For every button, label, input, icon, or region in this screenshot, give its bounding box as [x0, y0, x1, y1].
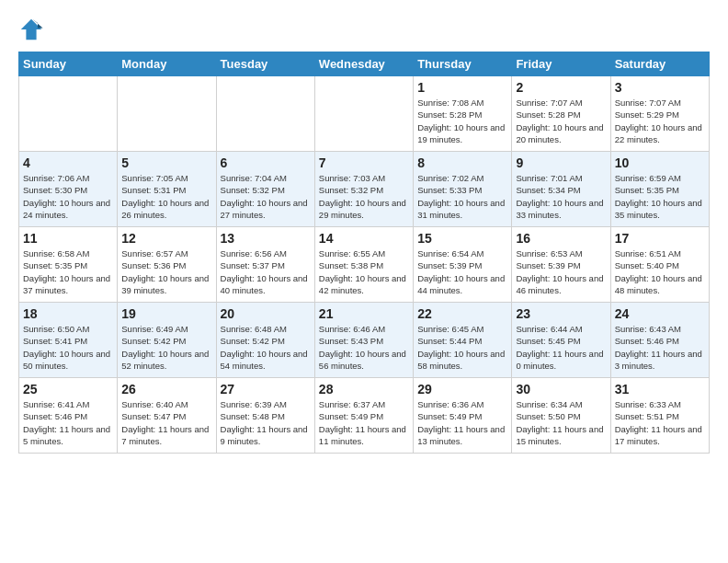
day-info: Sunrise: 6:59 AMSunset: 5:35 PMDaylight:… [615, 172, 705, 221]
weekday-header-tuesday: Tuesday [216, 52, 314, 76]
day-number: 22 [417, 306, 507, 321]
day-number: 5 [121, 155, 211, 170]
calendar-cell: 16Sunrise: 6:53 AMSunset: 5:39 PMDayligh… [512, 227, 610, 303]
day-number: 1 [417, 80, 507, 95]
day-info: Sunrise: 6:56 AMSunset: 5:37 PMDaylight:… [221, 247, 311, 296]
day-info: Sunrise: 7:03 AMSunset: 5:32 PMDaylight:… [319, 172, 409, 221]
day-number: 2 [516, 80, 606, 95]
day-info: Sunrise: 6:36 AMSunset: 5:49 PMDaylight:… [417, 398, 507, 447]
calendar-cell: 14Sunrise: 6:55 AMSunset: 5:38 PMDayligh… [314, 227, 413, 303]
day-info: Sunrise: 6:49 AMSunset: 5:42 PMDaylight:… [121, 323, 211, 372]
day-info: Sunrise: 7:07 AMSunset: 5:28 PMDaylight:… [516, 97, 606, 145]
day-info: Sunrise: 7:02 AMSunset: 5:33 PMDaylight:… [417, 172, 507, 221]
logo-icon [18, 17, 44, 42]
day-info: Sunrise: 7:08 AMSunset: 5:28 PMDaylight:… [417, 97, 507, 145]
calendar-cell: 2Sunrise: 7:07 AMSunset: 5:28 PMDaylight… [512, 76, 610, 152]
calendar-cell: 23Sunrise: 6:44 AMSunset: 5:45 PMDayligh… [512, 303, 610, 378]
calendar-cell [216, 76, 314, 152]
day-info: Sunrise: 6:43 AMSunset: 5:46 PMDaylight:… [615, 323, 705, 372]
week-row-4: 18Sunrise: 6:50 AMSunset: 5:41 PMDayligh… [19, 303, 710, 378]
day-number: 9 [516, 155, 606, 170]
day-info: Sunrise: 6:50 AMSunset: 5:41 PMDaylight:… [23, 323, 113, 372]
day-info: Sunrise: 6:54 AMSunset: 5:39 PMDaylight:… [417, 247, 507, 296]
calendar-cell: 21Sunrise: 6:46 AMSunset: 5:43 PMDayligh… [314, 303, 413, 378]
day-number: 14 [319, 231, 409, 246]
calendar-cell: 1Sunrise: 7:08 AMSunset: 5:28 PMDaylight… [414, 76, 512, 152]
calendar-cell: 28Sunrise: 6:37 AMSunset: 5:49 PMDayligh… [314, 378, 413, 454]
calendar-cell: 26Sunrise: 6:40 AMSunset: 5:47 PMDayligh… [118, 378, 216, 454]
day-info: Sunrise: 7:01 AMSunset: 5:34 PMDaylight:… [516, 172, 606, 221]
svg-marker-0 [21, 19, 41, 40]
calendar-cell: 8Sunrise: 7:02 AMSunset: 5:33 PMDaylight… [414, 152, 512, 227]
calendar-cell: 24Sunrise: 6:43 AMSunset: 5:46 PMDayligh… [610, 303, 709, 378]
day-info: Sunrise: 7:04 AMSunset: 5:32 PMDaylight:… [221, 172, 311, 221]
calendar-cell: 30Sunrise: 6:34 AMSunset: 5:50 PMDayligh… [512, 378, 610, 454]
header [18, 17, 710, 42]
day-number: 26 [121, 382, 211, 396]
calendar-cell [314, 76, 413, 152]
calendar-cell: 17Sunrise: 6:51 AMSunset: 5:40 PMDayligh… [610, 227, 709, 303]
weekday-header-friday: Friday [512, 52, 610, 76]
weekday-header-sunday: Sunday [19, 52, 118, 76]
calendar-cell: 4Sunrise: 7:06 AMSunset: 5:30 PMDaylight… [19, 152, 118, 227]
weekday-header-monday: Monday [118, 52, 216, 76]
day-info: Sunrise: 6:39 AMSunset: 5:48 PMDaylight:… [221, 398, 311, 447]
day-number: 19 [121, 306, 211, 321]
day-number: 30 [516, 382, 606, 396]
day-number: 16 [516, 231, 606, 246]
day-number: 11 [23, 231, 113, 246]
day-number: 28 [319, 382, 409, 396]
day-info: Sunrise: 6:53 AMSunset: 5:39 PMDaylight:… [516, 247, 606, 296]
day-info: Sunrise: 6:48 AMSunset: 5:42 PMDaylight:… [221, 323, 311, 372]
logo [18, 17, 48, 42]
day-number: 10 [615, 155, 705, 170]
calendar-cell: 6Sunrise: 7:04 AMSunset: 5:32 PMDaylight… [216, 152, 314, 227]
day-number: 7 [319, 155, 409, 170]
day-info: Sunrise: 6:34 AMSunset: 5:50 PMDaylight:… [516, 398, 606, 447]
day-number: 24 [615, 306, 705, 321]
day-info: Sunrise: 6:40 AMSunset: 5:47 PMDaylight:… [121, 398, 211, 447]
day-info: Sunrise: 6:58 AMSunset: 5:35 PMDaylight:… [23, 247, 113, 296]
week-row-1: 1Sunrise: 7:08 AMSunset: 5:28 PMDaylight… [19, 76, 710, 152]
calendar-cell: 3Sunrise: 7:07 AMSunset: 5:29 PMDaylight… [610, 76, 709, 152]
calendar-cell: 12Sunrise: 6:57 AMSunset: 5:36 PMDayligh… [118, 227, 216, 303]
day-info: Sunrise: 6:41 AMSunset: 5:46 PMDaylight:… [23, 398, 113, 447]
day-number: 21 [319, 306, 409, 321]
day-info: Sunrise: 6:55 AMSunset: 5:38 PMDaylight:… [319, 247, 409, 296]
day-number: 29 [417, 382, 507, 396]
day-number: 25 [23, 382, 113, 396]
page: SundayMondayTuesdayWednesdayThursdayFrid… [0, 0, 728, 463]
day-info: Sunrise: 6:57 AMSunset: 5:36 PMDaylight:… [121, 247, 211, 296]
calendar-cell: 13Sunrise: 6:56 AMSunset: 5:37 PMDayligh… [216, 227, 314, 303]
day-number: 17 [615, 231, 705, 246]
day-info: Sunrise: 6:37 AMSunset: 5:49 PMDaylight:… [319, 398, 409, 447]
day-number: 3 [615, 80, 705, 95]
calendar-cell: 29Sunrise: 6:36 AMSunset: 5:49 PMDayligh… [414, 378, 512, 454]
day-number: 15 [417, 231, 507, 246]
week-row-2: 4Sunrise: 7:06 AMSunset: 5:30 PMDaylight… [19, 152, 710, 227]
day-info: Sunrise: 7:05 AMSunset: 5:31 PMDaylight:… [121, 172, 211, 221]
day-info: Sunrise: 6:51 AMSunset: 5:40 PMDaylight:… [615, 247, 705, 296]
day-info: Sunrise: 6:44 AMSunset: 5:45 PMDaylight:… [516, 323, 606, 372]
weekday-header-thursday: Thursday [414, 52, 512, 76]
calendar-cell: 15Sunrise: 6:54 AMSunset: 5:39 PMDayligh… [414, 227, 512, 303]
calendar-cell: 20Sunrise: 6:48 AMSunset: 5:42 PMDayligh… [216, 303, 314, 378]
calendar-cell [118, 76, 216, 152]
day-info: Sunrise: 6:46 AMSunset: 5:43 PMDaylight:… [319, 323, 409, 372]
calendar-cell: 18Sunrise: 6:50 AMSunset: 5:41 PMDayligh… [19, 303, 118, 378]
week-row-5: 25Sunrise: 6:41 AMSunset: 5:46 PMDayligh… [19, 378, 710, 454]
calendar-cell: 25Sunrise: 6:41 AMSunset: 5:46 PMDayligh… [19, 378, 118, 454]
calendar-table: SundayMondayTuesdayWednesdayThursdayFrid… [18, 52, 710, 454]
calendar-cell: 22Sunrise: 6:45 AMSunset: 5:44 PMDayligh… [414, 303, 512, 378]
calendar-cell: 11Sunrise: 6:58 AMSunset: 5:35 PMDayligh… [19, 227, 118, 303]
day-info: Sunrise: 7:07 AMSunset: 5:29 PMDaylight:… [615, 97, 705, 145]
calendar-cell [19, 76, 118, 152]
day-number: 23 [516, 306, 606, 321]
day-number: 12 [121, 231, 211, 246]
day-number: 18 [23, 306, 113, 321]
weekday-header-row: SundayMondayTuesdayWednesdayThursdayFrid… [19, 52, 710, 76]
weekday-header-wednesday: Wednesday [314, 52, 413, 76]
weekday-header-saturday: Saturday [610, 52, 709, 76]
day-number: 8 [417, 155, 507, 170]
day-info: Sunrise: 6:45 AMSunset: 5:44 PMDaylight:… [417, 323, 507, 372]
